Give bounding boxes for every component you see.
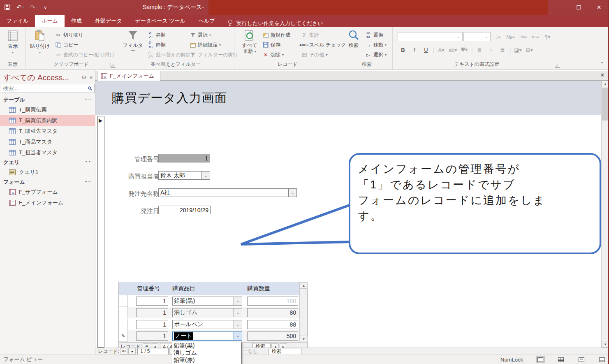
close-button[interactable]: ✕ — [589, 0, 609, 15]
cell-qty[interactable]: 80 — [247, 308, 298, 317]
delete-record-button[interactable]: ✕削除▾ — [262, 50, 284, 59]
collapse-ribbon-icon[interactable]: ⌃ — [600, 61, 604, 67]
subform-vertical-scrollbar[interactable]: ▲ ▼ — [299, 282, 307, 342]
scroll-down-icon[interactable]: ▼ — [300, 336, 308, 342]
cell-item-combo[interactable]: 鉛筆(黒) ⌄ — [172, 297, 242, 306]
nav-section-forms[interactable]: フォーム⌃⌃ — [0, 178, 95, 187]
tab-create[interactable]: 作成 — [65, 15, 88, 27]
tab-home[interactable]: ホーム — [35, 15, 65, 27]
vendor-combo[interactable]: A社 ⌄ — [158, 188, 297, 197]
column-header-item[interactable]: 購買品目 — [169, 285, 244, 292]
italic-button[interactable]: I — [410, 45, 419, 54]
selection-filter-button[interactable]: 選択▾ — [190, 30, 211, 39]
shutter-close-icon[interactable]: « — [90, 74, 93, 80]
cell-id[interactable]: 1 — [136, 308, 168, 317]
underline-button[interactable]: U — [421, 45, 431, 54]
document-close-icon[interactable]: ✕ — [599, 72, 606, 78]
dropdown-option[interactable]: 鉛筆(黒) — [172, 342, 241, 350]
record-selector-bar[interactable]: ▶ — [97, 116, 104, 348]
nav-item-query[interactable]: クエリ1 — [0, 167, 95, 178]
minimize-button[interactable]: – — [549, 0, 569, 15]
save-icon[interactable] — [4, 4, 11, 11]
advanced-filter-button[interactable]: 詳細設定▾ — [190, 40, 221, 49]
design-view-icon[interactable] — [597, 356, 607, 363]
cell-id[interactable]: 1 — [136, 320, 168, 329]
chevron-down-icon[interactable]: ⌄ — [234, 332, 242, 340]
row-selector-editing[interactable]: ✎ — [119, 330, 128, 342]
column-header-id[interactable]: 管理番号 — [128, 285, 169, 292]
main-search-box[interactable]: 検索 — [269, 348, 301, 355]
form-view-icon[interactable] — [536, 356, 545, 363]
row-selector[interactable] — [119, 295, 128, 307]
nav-item-form[interactable]: F_サブフォーム — [0, 187, 95, 197]
nav-item-table-selected[interactable]: T_購買伝票内訳 — [0, 115, 95, 126]
tab-external-data[interactable]: 外部データ — [88, 15, 129, 27]
cell-id[interactable]: 1 — [136, 297, 168, 306]
save-record-button[interactable]: 保存 — [262, 40, 280, 49]
date-field[interactable]: 2019/10/29 — [158, 206, 211, 214]
undo-dropdown-icon[interactable]: ▾ — [23, 5, 25, 9]
cell-item-combo-open[interactable]: ノート ⌄ — [172, 332, 242, 341]
form-tab[interactable]: F_メインフォーム — [97, 71, 160, 81]
cell-item-combo[interactable]: 消しゴム ⌄ — [172, 308, 242, 317]
sort-ascending-button[interactable]: AZ↓昇順 — [148, 30, 166, 39]
nav-section-queries[interactable]: クエリ⌃⌃ — [0, 158, 95, 167]
form-header: 購買データ入力画面 — [95, 81, 601, 115]
first-record-icon[interactable]: ⏮ — [120, 348, 127, 355]
spellcheck-button[interactable]: ABC✓スペル チェック — [301, 40, 346, 49]
cell-qty[interactable]: 88 — [247, 320, 298, 329]
chevron-down-icon[interactable]: ⌄ — [234, 297, 242, 305]
paste-button[interactable]: 貼り付け▾ — [30, 30, 50, 56]
undo-button[interactable]: ↶▾ — [16, 4, 24, 11]
person-combo[interactable]: 鈴木 太郎 ⌄ — [158, 171, 210, 180]
cell-qty[interactable]: 500 — [247, 332, 298, 341]
goto-button[interactable]: →移動▾ — [365, 40, 387, 49]
sort-descending-button[interactable]: ZA↓降順 — [148, 40, 166, 49]
nav-item-table[interactable]: T_購買伝票 — [0, 104, 95, 115]
nav-section-tables[interactable]: テーブル⌃⌃ — [0, 95, 95, 104]
cut-button[interactable]: ✂切り取り — [55, 30, 83, 39]
copy-button[interactable]: コピー — [55, 40, 79, 49]
replace-button[interactable]: abac置換 — [365, 30, 383, 39]
cell-qty[interactable]: 100 — [247, 297, 298, 306]
customize-quick-access-icon[interactable]: ⊽ — [44, 5, 47, 10]
nav-search-box[interactable]: 検索... 🔍︎ — [1, 84, 95, 93]
view-button[interactable]: 表示▾ — [4, 30, 22, 56]
tell-me-box[interactable]: 実行したい作業を入力してください — [227, 20, 323, 27]
refresh-all-button[interactable]: すべて更新 ▾ — [240, 30, 259, 55]
bold-button[interactable]: B — [398, 45, 408, 54]
nav-item-form[interactable]: F_メインフォーム — [0, 197, 95, 208]
nav-item-table[interactable]: T_商品マスタ — [0, 137, 95, 147]
new-record-button[interactable]: 新規作成 — [262, 30, 290, 39]
row-selector[interactable] — [119, 307, 128, 318]
cell-id[interactable]: 1 — [136, 332, 168, 341]
tab-file[interactable]: ファイル — [0, 15, 35, 27]
tab-help[interactable]: ヘルプ — [192, 15, 222, 27]
row-selector[interactable] — [119, 319, 128, 330]
scrollbar-thumb[interactable] — [602, 88, 609, 121]
record-position[interactable]: 1 / 5 — [137, 348, 169, 355]
tab-database-tools[interactable]: データベース ツール — [128, 15, 192, 27]
column-header-qty[interactable]: 購買数量 — [244, 285, 300, 292]
clipboard-dialog-launcher-icon[interactable]: ◿ — [111, 63, 116, 68]
nav-menu-icon[interactable]: ⊙ — [82, 74, 86, 80]
chevron-down-icon[interactable]: ⌄ — [234, 308, 242, 317]
fill-color-icon: ⛊▾ — [460, 45, 469, 54]
chevron-down-icon[interactable]: ⌄ — [201, 172, 210, 179]
scroll-up-icon[interactable]: ▲ — [300, 282, 308, 289]
dropdown-option[interactable]: 消しゴム — [172, 350, 241, 357]
nav-item-table[interactable]: T_担当者マスタ — [0, 147, 95, 158]
datasheet-view-icon[interactable] — [556, 356, 565, 363]
previous-record-icon[interactable]: ◂ — [128, 348, 136, 355]
nav-item-table[interactable]: T_取引先マスタ — [0, 126, 95, 137]
filter-button[interactable]: フィルター — [122, 30, 144, 54]
layout-view-icon[interactable] — [577, 356, 586, 363]
dropdown-option[interactable]: 鉛筆(赤) — [172, 357, 241, 364]
chevron-down-icon[interactable]: ⌄ — [234, 320, 242, 329]
chevron-down-icon[interactable]: ⌄ — [288, 189, 296, 197]
find-button[interactable]: 検索 — [345, 30, 363, 48]
text-format-dialog-launcher-icon[interactable]: ◿ — [555, 63, 560, 68]
cell-item-combo[interactable]: ボールペン ⌄ — [172, 320, 242, 329]
maximize-button[interactable]: ☐ — [569, 0, 589, 15]
select-button[interactable]: ▻選択▾ — [365, 50, 387, 59]
